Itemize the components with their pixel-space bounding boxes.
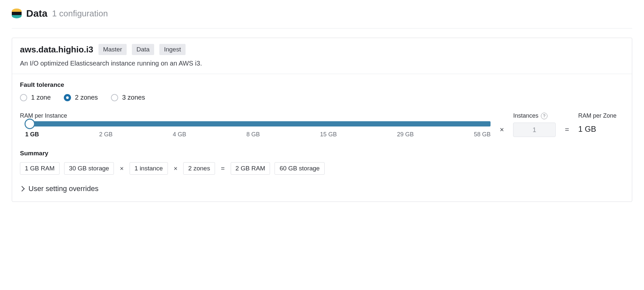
instance-description: An I/O optimized Elasticsearch instance … (20, 60, 624, 67)
ram-per-zone-label: RAM per Zone (578, 112, 624, 119)
instances-label: Instances (513, 112, 538, 119)
equals-symbol: = (565, 112, 569, 134)
ram-slider[interactable] (30, 121, 491, 126)
elastic-logo-icon (12, 9, 22, 18)
tick: 1 GB (25, 131, 39, 138)
tick: 2 GB (99, 131, 113, 138)
tick: 29 GB (397, 131, 414, 138)
radio-label: 3 zones (122, 94, 145, 101)
chip-ram: 1 GB RAM (20, 162, 60, 175)
ram-per-zone-value: 1 GB (578, 125, 624, 134)
fault-tolerance-label: Fault tolerance (20, 81, 624, 88)
radio-label: 1 zone (31, 94, 51, 101)
fault-tolerance-group: 1 zone 2 zones 3 zones (20, 94, 624, 101)
instance-name: aws.data.highio.i3 (20, 45, 93, 55)
slider-ticks: 1 GB 2 GB 4 GB 8 GB 15 GB 29 GB 58 GB (25, 131, 491, 138)
section-header: Data 1 configuration (12, 8, 632, 29)
radio-circle-icon (20, 94, 27, 101)
help-icon[interactable]: ? (541, 113, 547, 119)
configuration-panel: aws.data.highio.i3 Master Data Ingest An… (12, 38, 632, 202)
chip-total-ram: 2 GB RAM (231, 162, 270, 175)
chip-zones: 2 zones (183, 162, 215, 175)
summary-label: Summary (20, 150, 624, 157)
radio-label: 2 zones (75, 94, 98, 101)
badge-data: Data (132, 44, 154, 55)
chevron-right-icon (19, 186, 25, 192)
page-subtitle: 1 configuration (52, 9, 108, 19)
tick: 4 GB (173, 131, 186, 138)
chip-instances: 1 instance (130, 162, 168, 175)
radio-circle-icon (64, 94, 71, 101)
summary-chips: 1 GB RAM 30 GB storage × 1 instance × 2 … (20, 162, 624, 175)
radio-3-zones[interactable]: 3 zones (111, 94, 145, 101)
tick: 58 GB (474, 131, 491, 138)
tick: 8 GB (246, 131, 260, 138)
times-symbol: × (172, 165, 179, 172)
ram-per-instance-label: RAM per Instance (20, 112, 491, 119)
slider-thumb[interactable] (25, 119, 35, 129)
chip-storage: 30 GB storage (64, 162, 114, 175)
radio-circle-icon (111, 94, 118, 101)
instance-header: aws.data.highio.i3 Master Data Ingest An… (12, 38, 632, 74)
radio-1-zone[interactable]: 1 zone (20, 94, 51, 101)
equals-symbol: = (220, 165, 226, 172)
badge-master: Master (98, 44, 127, 55)
badge-ingest: Ingest (159, 44, 186, 55)
radio-2-zones[interactable]: 2 zones (64, 94, 98, 101)
chip-total-storage: 60 GB storage (275, 162, 325, 175)
user-setting-overrides-toggle[interactable]: User setting overrides (20, 184, 624, 193)
instances-input[interactable] (513, 123, 556, 137)
overrides-label: User setting overrides (28, 184, 98, 193)
tick: 15 GB (320, 131, 337, 138)
page-title: Data (26, 8, 47, 19)
times-symbol: × (500, 112, 504, 134)
times-symbol: × (118, 165, 125, 172)
